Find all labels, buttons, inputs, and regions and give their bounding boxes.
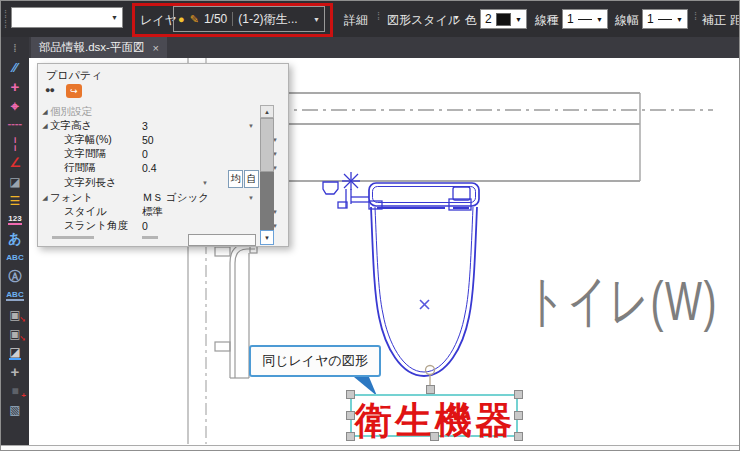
linewidth-combo[interactable]: 1 ▼ <box>642 9 688 29</box>
scroll-up-icon[interactable]: ▲ <box>260 105 274 118</box>
linewidth-label: 線幅 <box>615 12 639 29</box>
property-label: 文字列長さ <box>64 176 117 190</box>
layer-dropdown-icon[interactable]: ▼ <box>313 16 320 23</box>
dashed-line-icon-glyph: ╌╌ <box>8 119 22 131</box>
justify-even-button[interactable]: 均 <box>228 170 243 188</box>
selection-handle[interactable] <box>426 385 435 394</box>
detail-button[interactable]: 詳細 <box>344 12 368 29</box>
move-gray-icon[interactable]: + <box>3 362 27 381</box>
move-crosshair-icon-glyph: + <box>11 79 20 94</box>
erase-partial-icon[interactable]: ◪ <box>3 343 27 362</box>
chevron-down-icon[interactable]: ▼ <box>676 16 683 23</box>
property-value[interactable]: 0 <box>142 220 148 232</box>
tab-title: 部品情報.dsx-平面図 <box>39 40 144 55</box>
property-row[interactable]: スタイル 標準 ▼ <box>40 205 282 219</box>
layer-name-value[interactable]: (1-2)衛生... <box>238 11 297 28</box>
chevron-down-icon[interactable]: ▼ <box>202 180 208 186</box>
selection-handle[interactable] <box>514 432 523 441</box>
property-row[interactable]: 文字幅(%) 50 ▼ <box>40 133 282 147</box>
hatch-rows-icon[interactable]: ☰ <box>3 191 27 210</box>
property-value[interactable]: 0 <box>142 148 148 160</box>
toolbar-grip[interactable]: ⁞ <box>3 39 27 58</box>
copy-shape-icon[interactable]: ▣➘ <box>3 305 27 324</box>
tab-document[interactable]: 部品情報.dsx-平面図 × <box>31 37 167 58</box>
chevron-down-icon[interactable]: ▼ <box>596 16 603 23</box>
scrollbar-thumb[interactable] <box>260 118 274 172</box>
cube-3d-icon[interactable]: ▧ <box>3 400 27 419</box>
chevron-down-icon[interactable]: ▼ <box>515 16 522 23</box>
text-hiragana-icon[interactable]: あ <box>3 229 27 248</box>
layer-transfer-icon[interactable]: ↪ <box>66 84 82 98</box>
property-value[interactable]: 0.4 <box>142 162 157 174</box>
drawing-canvas[interactable]: トイレ(W) 同じレイヤの図形 衛生機器 プロパティ ●● ↪ ◢ 個別設定 ◢… <box>29 58 740 445</box>
property-value[interactable]: 標準 <box>142 205 163 219</box>
rotate-text-icon[interactable]: Ⓐ <box>3 267 27 286</box>
erase-partial-icon-glyph: ◪ <box>9 346 20 360</box>
dimension-123-icon[interactable]: 123 <box>3 210 27 229</box>
property-row[interactable]: ◢ 文字高さ 3 ▼ <box>40 119 258 133</box>
correction-button[interactable]: 補正 <box>702 12 726 29</box>
copy-shape-icon-2[interactable]: ▣➘ <box>3 324 27 343</box>
text-abc-icon[interactable]: ABC <box>3 248 27 267</box>
property-label: 文字高さ <box>50 119 92 133</box>
dashed-line-icon[interactable]: ╌╌ <box>3 115 27 134</box>
app-window: ⁞⁞ ▼ レイヤ ● ✎ 1/50 (1-2)衛生... ▼ 詳細 ⁞ 図形スタ… <box>0 0 740 451</box>
selection-handle[interactable] <box>514 411 523 420</box>
scrollbar-track[interactable] <box>260 172 274 230</box>
angle-measure-icon[interactable]: ∠ <box>3 153 27 172</box>
cube-3d-icon-glyph: ▧ <box>9 404 20 416</box>
add-image-icon-glyph: ■ <box>11 385 18 397</box>
close-icon[interactable]: × <box>152 42 158 54</box>
chevron-down-icon[interactable]: ▼ <box>248 195 254 201</box>
justify-auto-button[interactable]: 自 <box>244 170 259 188</box>
parallel-lines-icon[interactable]: ∕∕ <box>3 58 27 77</box>
text-abc-icon-glyph: ABC <box>6 254 23 262</box>
abc-cloud-icon[interactable]: ABC <box>3 286 27 305</box>
shape-style-dropdown-icon[interactable]: ▼ <box>453 14 460 21</box>
shape-style-button[interactable]: 図形スタイル <box>387 12 460 29</box>
layer-edit-icon[interactable]: ✎ <box>190 13 199 26</box>
scale-value: 1/50 <box>204 12 227 26</box>
parallel-lines-icon-glyph: ∕∕ <box>13 61 17 74</box>
chevron-down-icon[interactable]: ▼ <box>248 123 254 129</box>
selection-handle[interactable] <box>430 432 439 441</box>
divider <box>232 12 233 26</box>
linetype-combo[interactable]: 1 ▼ <box>562 9 608 29</box>
tree-expand-icon[interactable]: ◢ <box>40 122 50 130</box>
layer-visibility-bulb-icon[interactable]: ● <box>178 13 185 25</box>
toolbar-separator: ⁞ <box>694 11 695 21</box>
tree-expand-icon[interactable]: ◢ <box>40 194 50 202</box>
scroll-down-icon[interactable]: ▼ <box>260 230 274 245</box>
vertical-dash-icon-glyph: ╎ <box>11 137 19 151</box>
linetype-sample <box>578 19 592 20</box>
room-label-text[interactable]: トイレ(W) <box>526 264 718 340</box>
move-crosshair-icon[interactable]: + <box>3 77 27 96</box>
property-row[interactable]: ◢ フォント ＭＳ ゴシック ▼ <box>40 191 258 205</box>
eraser-icon[interactable]: ◪ <box>3 172 27 191</box>
selection-handle[interactable] <box>346 411 355 420</box>
property-value[interactable]: 50 <box>142 134 154 146</box>
section-label: 個別設定 <box>50 105 92 119</box>
selection-handle[interactable] <box>346 432 355 441</box>
color-combo[interactable]: 2 ▼ <box>480 9 527 29</box>
command-combo[interactable]: ▼ <box>11 7 123 28</box>
add-image-icon[interactable]: ■+ <box>3 381 27 400</box>
tree-expand-icon[interactable]: ◢ <box>40 108 50 116</box>
property-row[interactable]: 文字間隔 0 ▼ <box>40 147 282 161</box>
snap-center-icon[interactable]: ⌖ <box>3 96 27 115</box>
copy-shape-icon-2-accent: ➘ <box>19 335 26 343</box>
clipped-row-text <box>52 236 94 239</box>
visibility-eye-icon[interactable]: ●● <box>45 85 54 95</box>
toolbar-grip-handle[interactable]: ⁞⁞ <box>4 9 5 29</box>
property-value[interactable]: 3 <box>142 120 148 132</box>
property-value[interactable]: ＭＳ ゴシック <box>142 191 209 205</box>
selection-handle[interactable] <box>346 390 355 399</box>
color-label: 色 <box>465 12 477 29</box>
tooltip-same-layer: 同じレイヤの図形 <box>249 345 381 377</box>
chevron-down-icon[interactable]: ▼ <box>111 14 118 21</box>
panel-section-row[interactable]: ◢ 個別設定 <box>40 105 258 119</box>
panel-scrollbar[interactable]: ▲ ▼ <box>260 105 274 245</box>
vertical-dash-icon[interactable]: ╎ <box>3 134 27 153</box>
property-row[interactable]: スラント角度 0 ▼ <box>40 219 282 233</box>
selection-handle[interactable] <box>514 390 523 399</box>
